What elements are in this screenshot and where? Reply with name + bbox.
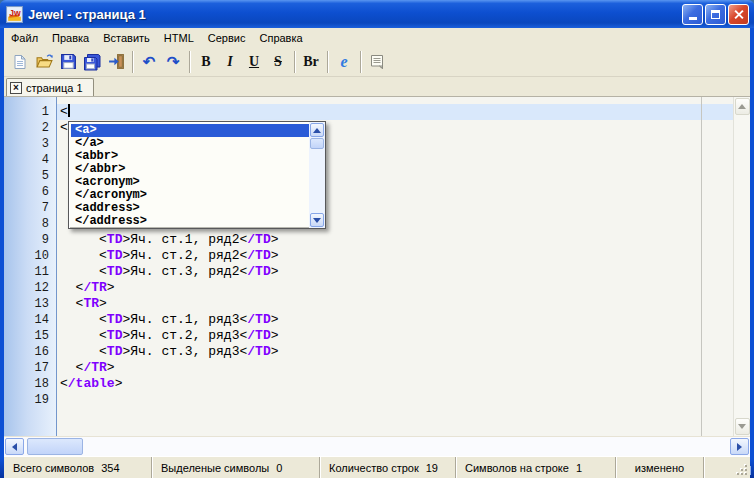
app-logo-icon: Jw xyxy=(6,6,23,23)
line-number: 14 xyxy=(4,312,56,328)
bold-button[interactable]: B xyxy=(194,50,218,74)
code-line[interactable]: <TD>Яч. ст.3, ряд3</TD> xyxy=(57,344,733,360)
html-tag: TD xyxy=(107,312,123,327)
menu-bar: Файл Правка Вставить HTML Сервис Справка xyxy=(4,28,750,47)
menu-service[interactable]: Сервис xyxy=(201,30,253,46)
save-icon xyxy=(60,53,77,70)
maximize-icon xyxy=(711,10,720,19)
toolbar: ↶ ↷ B I U S Br e xyxy=(4,47,750,77)
code-line[interactable]: <TD>Яч. ст.1, ряд3</TD> xyxy=(57,312,733,328)
line-number: 10 xyxy=(4,248,56,264)
line-number: 17 xyxy=(4,360,56,376)
status-chars-on-line: Символов на строке 1 xyxy=(456,457,616,478)
undo-button[interactable]: ↶ xyxy=(137,50,161,74)
line-number: 11 xyxy=(4,264,56,280)
underline-button[interactable]: U xyxy=(242,50,266,74)
hscroll-thumb[interactable] xyxy=(27,438,83,455)
preview-browser-button[interactable]: e xyxy=(332,50,356,74)
scroll-down-button[interactable] xyxy=(735,418,750,435)
open-file-button[interactable] xyxy=(32,50,56,74)
menu-insert[interactable]: Вставить xyxy=(96,30,157,46)
status-total-chars: Всего символов 354 xyxy=(4,457,152,478)
code-line[interactable]: <TD>Яч. ст.2, ряд3</TD> xyxy=(57,328,733,344)
close-button[interactable] xyxy=(728,4,749,25)
chevron-right-icon xyxy=(737,443,742,451)
tab-bar: × страница 1 xyxy=(4,77,750,96)
html-tag: TD xyxy=(107,328,123,343)
line-number: 3 xyxy=(4,136,56,152)
line-number-gutter: 12345678910111213141516171819 xyxy=(4,97,57,436)
menu-help[interactable]: Справка xyxy=(252,30,309,46)
toolbar-separator xyxy=(189,51,190,73)
line-number: 18 xyxy=(4,376,56,392)
save-all-icon xyxy=(83,53,101,71)
scroll-right-button[interactable] xyxy=(730,438,749,455)
line-number: 13 xyxy=(4,296,56,312)
horizontal-scrollbar[interactable] xyxy=(4,436,750,456)
exit-door-icon xyxy=(108,53,125,70)
menu-html[interactable]: HTML xyxy=(157,30,201,46)
exit-button[interactable] xyxy=(104,50,128,74)
minimize-icon xyxy=(689,17,697,20)
menu-file[interactable]: Файл xyxy=(4,30,45,46)
italic-button[interactable]: I xyxy=(218,50,242,74)
line-number: 8 xyxy=(4,216,56,232)
notes-icon xyxy=(369,54,385,70)
status-modified: изменено xyxy=(616,457,704,478)
maximize-button[interactable] xyxy=(705,4,726,25)
line-number: 16 xyxy=(4,344,56,360)
line-number: 6 xyxy=(4,184,56,200)
minimize-button[interactable] xyxy=(682,4,703,25)
scroll-down-icon[interactable] xyxy=(310,213,324,227)
html-tag: /TD xyxy=(247,344,270,359)
line-number: 15 xyxy=(4,328,56,344)
code-line[interactable]: </TR> xyxy=(57,360,733,376)
vertical-scrollbar[interactable] xyxy=(733,97,750,436)
status-label: Количество строк xyxy=(329,462,419,474)
line-number: 7 xyxy=(4,200,56,216)
code-line[interactable]: </table> xyxy=(57,376,733,392)
status-bar: Всего символов 354 Выделеные символы 0 К… xyxy=(4,456,750,478)
title-bar[interactable]: Jw Jewel - страница 1 xyxy=(0,0,754,28)
code-line[interactable]: <TD>Яч. ст.2, ряд2</TD> xyxy=(57,248,733,264)
code-line[interactable]: < xyxy=(57,104,733,120)
notes-button[interactable] xyxy=(365,50,389,74)
code-editor[interactable]: << <TD>Яч. ст.1, ряд2</TD> <TD>Яч. ст.2,… xyxy=(57,97,733,436)
new-document-button[interactable] xyxy=(8,50,32,74)
internet-explorer-icon: e xyxy=(340,53,347,71)
save-button[interactable] xyxy=(56,50,80,74)
autocomplete-scrollbar[interactable] xyxy=(309,122,325,228)
code-line[interactable]: <TD>Яч. ст.1, ряд2</TD> xyxy=(57,232,733,248)
close-icon xyxy=(733,9,744,20)
tab-close-icon[interactable]: × xyxy=(10,82,22,94)
autocomplete-item[interactable]: <a> xyxy=(71,124,309,137)
status-value: 19 xyxy=(426,462,438,474)
strikethrough-icon: S xyxy=(274,54,282,70)
save-all-button[interactable] xyxy=(80,50,104,74)
code-line[interactable]: <TR> xyxy=(57,296,733,312)
code-line[interactable] xyxy=(57,392,733,408)
redo-button[interactable]: ↷ xyxy=(161,50,185,74)
app-window: Jw Jewel - страница 1 Файл Правка Встави… xyxy=(0,0,754,478)
undo-icon: ↶ xyxy=(143,54,156,69)
scrollbar-thumb[interactable] xyxy=(310,138,324,149)
line-number: 1 xyxy=(4,104,56,120)
br-tag-button[interactable]: Br xyxy=(299,50,323,74)
resize-grip[interactable] xyxy=(734,462,747,475)
status-selected-chars: Выделеные символы 0 xyxy=(152,457,320,478)
open-folder-icon xyxy=(36,53,53,70)
menu-edit[interactable]: Правка xyxy=(45,30,96,46)
status-label: изменено xyxy=(635,462,684,474)
html-tag: TD xyxy=(107,232,123,247)
autocomplete-item[interactable]: </address> xyxy=(71,215,309,228)
tab-label: страница 1 xyxy=(26,82,83,94)
code-line[interactable]: <TD>Яч. ст.3, ряд2</TD> xyxy=(57,264,733,280)
tab-page-1[interactable]: × страница 1 xyxy=(6,78,94,96)
html-tag: /TD xyxy=(247,248,270,263)
strikethrough-button[interactable]: S xyxy=(266,50,290,74)
status-line-count: Количество строк 19 xyxy=(320,457,456,478)
scroll-up-icon[interactable] xyxy=(310,123,324,137)
code-line[interactable]: </TR> xyxy=(57,280,733,296)
scroll-up-button[interactable] xyxy=(735,98,750,115)
scroll-left-button[interactable] xyxy=(5,438,24,455)
